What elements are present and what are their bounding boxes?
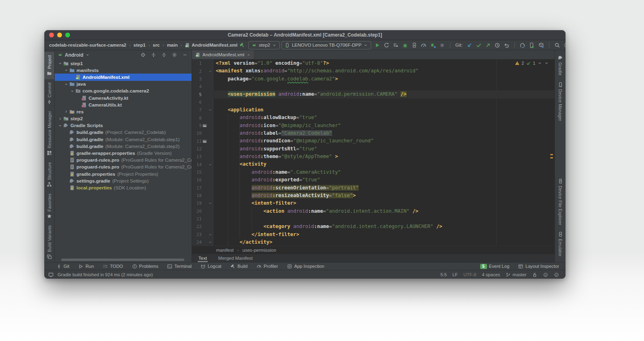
rollback-button[interactable]	[502, 41, 511, 49]
toolwindow-device-file-explorer[interactable]: Device File Explorer	[555, 175, 566, 228]
profile-button[interactable]	[419, 41, 428, 49]
toolwindow-favorites[interactable]: Favorites	[44, 190, 54, 222]
tree-item-build-gradle[interactable]: build.gradle(Module: Camera2_Codelab.ste…	[55, 136, 192, 143]
indent-setting[interactable]: 4 spaces	[482, 272, 500, 277]
fold-region-icon[interactable]	[208, 108, 213, 112]
toolwindow-button-todo[interactable]: TODO	[103, 264, 123, 269]
tree-item-java[interactable]: java	[55, 81, 192, 88]
toolwindow-button-git[interactable]: Git	[56, 264, 69, 269]
minimize-window-button[interactable]	[57, 33, 62, 37]
code-line-6[interactable]: 6	[192, 99, 555, 106]
horizontal-scrollbar[interactable]	[61, 259, 184, 261]
feedback-widget[interactable]	[554, 272, 559, 277]
tree-item-local-properties[interactable]: local.properties(SDK Location)	[55, 184, 192, 191]
toolwindow-button-layout-inspector[interactable]: Layout Inspector	[518, 264, 559, 269]
scrollbar-warning-mark[interactable]	[550, 154, 553, 155]
code-line-19[interactable]: 19 <intent-filter>	[192, 199, 555, 207]
breadcrumb-manifest[interactable]: manifest	[216, 248, 233, 253]
project-view-selector[interactable]: Android	[65, 52, 83, 58]
sdk-manager-button[interactable]	[537, 41, 546, 49]
chevron-down-icon[interactable]	[58, 123, 62, 128]
scrollbar-warning-mark[interactable]	[550, 157, 553, 158]
toolwindow-project[interactable]: Project	[44, 52, 54, 79]
next-issue-button[interactable]	[544, 61, 549, 66]
attach-debugger-button[interactable]	[428, 41, 438, 49]
toolwindow-button-terminal[interactable]: Terminal	[167, 264, 192, 269]
fold-region-icon[interactable]	[208, 162, 213, 167]
code-line-14[interactable]: 14 <activity	[192, 160, 555, 168]
settings-button[interactable]	[562, 41, 566, 49]
code-line-1[interactable]: 1<?xml version="1.0" encoding="utf-8"?>	[192, 60, 555, 67]
file-encoding[interactable]: UTF-8	[463, 272, 476, 277]
code-line-16[interactable]: 16 android:exported="true"	[192, 176, 555, 184]
tree-item-proguard-rules-pro[interactable]: proguard-rules.pro(ProGuard Rules for Ca…	[55, 157, 192, 164]
chevron-right-icon[interactable]	[58, 117, 62, 121]
chevron-down-icon[interactable]	[64, 68, 68, 72]
chevron-down-icon[interactable]	[70, 89, 74, 93]
code-line-15[interactable]: 15 android:name=".CameraActivity"	[192, 168, 555, 176]
code-line-24[interactable]: 24 </activity>	[192, 238, 555, 246]
push-button[interactable]	[483, 41, 493, 49]
toolwindow-button-build[interactable]: Build	[230, 264, 248, 269]
tree-item-step1[interactable]: step1	[55, 60, 192, 67]
device-manager-button[interactable]	[527, 41, 537, 49]
code-line-22[interactable]: 22 <category android:name="android.inten…	[192, 223, 555, 230]
chevron-down-icon[interactable]	[64, 82, 68, 86]
close-icon[interactable]	[246, 53, 251, 57]
code-line-17[interactable]: 17 android:screenOrientation="portrait"	[192, 184, 555, 192]
hide-panel-button[interactable]	[181, 51, 188, 59]
fold-end-icon[interactable]	[208, 232, 213, 237]
tree-item-step2[interactable]: step2	[55, 115, 192, 122]
toolwindow-device-manager[interactable]: Device Manager	[555, 79, 566, 124]
breadcrumb-item-main[interactable]: main	[167, 43, 178, 47]
tree-item-gradle-scripts[interactable]: Gradle Scripts	[55, 122, 192, 129]
locate-file-button[interactable]	[139, 51, 147, 59]
reader-mode-toggle[interactable]	[543, 272, 548, 277]
debug-button[interactable]	[400, 41, 410, 49]
breadcrumb-item-androidmanifest-xml[interactable]: MFAndroidManifest.xml	[185, 43, 237, 48]
chevron-right-icon[interactable]	[64, 109, 68, 114]
expand-all-button[interactable]	[150, 51, 157, 59]
code-line-11[interactable]: 11 android:roundIcon="@mipmap/ic_launche…	[192, 137, 555, 145]
git-branch-widget[interactable]: master	[506, 272, 526, 277]
commit-button[interactable]	[474, 41, 483, 49]
run-with-profiler-button[interactable]	[410, 41, 419, 49]
tree-item-com-google-codelab-camera2[interactable]: com.google.codelab.camera2	[55, 88, 192, 94]
caret-position[interactable]: 5:5	[440, 272, 447, 277]
tree-item-build-gradle[interactable]: build.gradle(Project: Camera2_Codelab)	[55, 129, 192, 136]
code-line-20[interactable]: 20 <action android:name="android.intent.…	[192, 207, 555, 215]
toolwindow-commit[interactable]: Commit	[44, 79, 54, 108]
code-line-2[interactable]: 2<manifest xmlns:android="http://schemas…	[192, 67, 555, 75]
tree-item-androidmanifest-xml[interactable]: MFAndroidManifest.xml	[55, 74, 192, 80]
toolwindow-structure[interactable]: Structure	[44, 159, 54, 190]
tree-item-proguard-rules-pro[interactable]: proguard-rules.pro(ProGuard Rules for Ca…	[55, 164, 192, 170]
manifest-tab-merged-manifest[interactable]: Merged Manifest	[217, 254, 254, 262]
build-project-button[interactable]	[237, 41, 247, 49]
toolwindow-gradle[interactable]: Gradle	[555, 52, 566, 79]
code-line-5[interactable]: 5 <uses-permission android:name="android…	[192, 90, 555, 98]
editor-tab-androidmanifest[interactable]: MF AndroidManifest.xml	[192, 50, 254, 59]
code-line-4[interactable]: 4	[192, 83, 555, 90]
fold-region-icon[interactable]	[208, 201, 213, 205]
breadcrumb-uses-permission[interactable]: uses-permission	[242, 248, 276, 253]
toolwindow-button-logcat[interactable]: Logcat	[200, 264, 221, 269]
sync-gradle-button[interactable]	[518, 41, 527, 49]
chevron-down-icon[interactable]	[58, 61, 62, 66]
history-button[interactable]	[493, 41, 502, 49]
run-button[interactable]	[373, 41, 382, 49]
collapse-all-button[interactable]	[160, 51, 167, 59]
apply-changes-restart-button[interactable]	[382, 41, 391, 49]
fold-end-icon[interactable]	[208, 240, 213, 244]
toolwindow-button-app-inspection[interactable]: App Inspection	[287, 264, 324, 269]
toolwindow-resource-manager[interactable]: Resource Manager	[44, 108, 54, 159]
code-line-13[interactable]: 13 android:theme="@style/AppTheme" >	[192, 153, 555, 160]
close-window-button[interactable]	[49, 33, 54, 37]
code-line-8[interactable]: 8 android:allowBackup="true"	[192, 114, 555, 121]
code-line-10[interactable]: 10 android:label="Camera2 Codelab"	[192, 129, 555, 137]
toolwindow-toggle-icon[interactable]	[48, 272, 54, 277]
readonly-toggle[interactable]	[532, 272, 537, 277]
tree-item-camerautils-kt[interactable]: CameraUtils.kt	[55, 101, 192, 108]
code-line-21[interactable]: 21	[192, 215, 555, 223]
tree-item-res[interactable]: res	[55, 108, 192, 115]
tree-item-manifests[interactable]: manifests	[55, 67, 192, 74]
